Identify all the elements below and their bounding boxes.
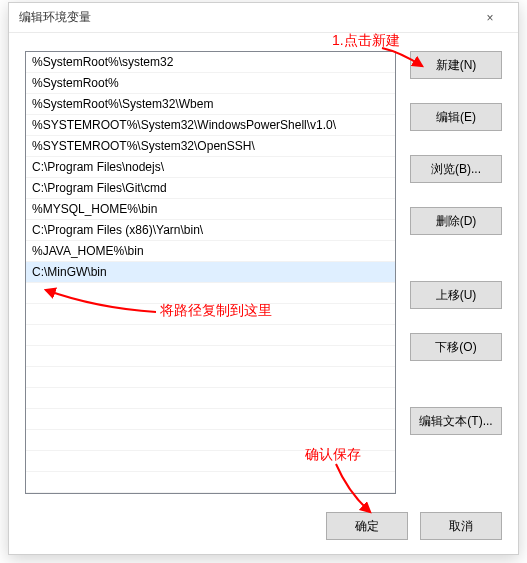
list-item-empty[interactable]: . (26, 430, 395, 451)
list-item-empty[interactable]: . (26, 304, 395, 325)
list-item-empty[interactable]: . (26, 283, 395, 304)
list-item-empty[interactable]: . (26, 472, 395, 493)
list-item-empty[interactable]: . (26, 388, 395, 409)
list-item[interactable]: %SystemRoot% (26, 73, 395, 94)
delete-button[interactable]: 删除(D) (410, 207, 502, 235)
list-item-empty[interactable]: . (26, 451, 395, 472)
path-listbox[interactable]: %SystemRoot%\system32%SystemRoot%%System… (25, 51, 396, 494)
edit-env-var-dialog: 编辑环境变量 × %SystemRoot%\system32%SystemRoo… (8, 2, 519, 555)
move-up-button[interactable]: 上移(U) (410, 281, 502, 309)
cancel-button[interactable]: 取消 (420, 512, 502, 540)
list-item[interactable]: %SystemRoot%\System32\Wbem (26, 94, 395, 115)
path-list-inner: %SystemRoot%\system32%SystemRoot%%System… (26, 52, 395, 493)
list-item-empty[interactable]: . (26, 325, 395, 346)
browse-button[interactable]: 浏览(B)... (410, 155, 502, 183)
close-icon: × (486, 11, 493, 25)
list-item[interactable]: %JAVA_HOME%\bin (26, 241, 395, 262)
window-title: 编辑环境变量 (19, 9, 470, 26)
list-item-empty[interactable]: . (26, 409, 395, 430)
list-item[interactable]: C:\Program Files (x86)\Yarn\bin\ (26, 220, 395, 241)
list-item[interactable]: %SYSTEMROOT%\System32\OpenSSH\ (26, 136, 395, 157)
dialog-footer: 确定 取消 (9, 508, 518, 554)
move-down-button[interactable]: 下移(O) (410, 333, 502, 361)
edit-text-button[interactable]: 编辑文本(T)... (410, 407, 502, 435)
close-button[interactable]: × (470, 4, 510, 32)
list-item[interactable]: %SYSTEMROOT%\System32\WindowsPowerShell\… (26, 115, 395, 136)
titlebar: 编辑环境变量 × (9, 3, 518, 33)
new-button[interactable]: 新建(N) (410, 51, 502, 79)
list-item-empty[interactable]: . (26, 346, 395, 367)
list-item-empty[interactable]: . (26, 367, 395, 388)
list-item[interactable]: C:\Program Files\Git\cmd (26, 178, 395, 199)
list-item[interactable]: C:\Program Files\nodejs\ (26, 157, 395, 178)
right-button-column: 新建(N) 编辑(E) 浏览(B)... 删除(D) 上移(U) 下移(O) 编… (410, 51, 502, 494)
left-pane: %SystemRoot%\system32%SystemRoot%%System… (25, 51, 396, 494)
dialog-body: %SystemRoot%\system32%SystemRoot%%System… (9, 33, 518, 508)
list-item[interactable]: C:\MinGW\bin (26, 262, 395, 283)
ok-button[interactable]: 确定 (326, 512, 408, 540)
list-item[interactable]: %MYSQL_HOME%\bin (26, 199, 395, 220)
edit-button[interactable]: 编辑(E) (410, 103, 502, 131)
list-item[interactable]: %SystemRoot%\system32 (26, 52, 395, 73)
